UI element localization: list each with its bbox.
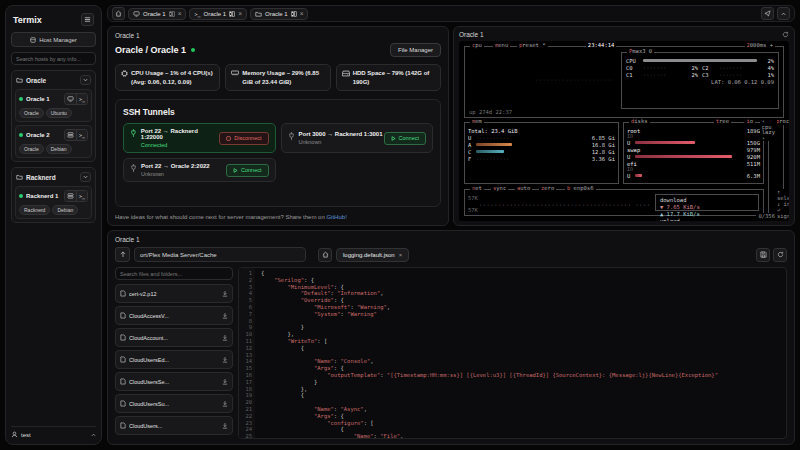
download-icon[interactable] [222, 335, 228, 341]
tab-file-manager[interactable]: Oracle 1 × [250, 8, 308, 20]
disk-entry: swap 979MU920M [627, 146, 760, 160]
process-row: 2112076btoproot7.6M·····0.1 [772, 161, 780, 168]
sidebar-header: Termix [11, 12, 96, 27]
download-icon[interactable] [222, 313, 228, 319]
host-manager-label: Host Manager [39, 37, 77, 43]
mem-row: A16.8 Gi [468, 141, 615, 148]
chevron-down-icon[interactable] [80, 172, 91, 182]
terminal-icon[interactable]: >_ [76, 130, 87, 140]
cpu-usage-text: CPU Usage – 1% of 4 CPU(s) (Avg: 0.06, 0… [131, 69, 214, 86]
download-icon[interactable] [222, 401, 228, 407]
file-item[interactable]: CloudUsersSu... [115, 394, 233, 413]
folder-icon [16, 174, 23, 180]
terminal-icon[interactable]: >_ [76, 94, 87, 104]
tab-bar: Oracle 1 × >_ Oracle 1 × Oracle 1 × [107, 5, 795, 22]
plug-icon [130, 129, 137, 137]
code-editor[interactable]: 1234567891011121314151617181920212223242… [238, 267, 787, 439]
server-stats-icon[interactable] [65, 130, 76, 140]
home-icon[interactable] [112, 7, 125, 20]
plug-off-icon [288, 132, 295, 140]
host-card-racknerd-1[interactable]: Racknerd 1 >_ Racknerd Debian [15, 186, 92, 219]
download-icon[interactable] [222, 291, 228, 297]
app-title: Termix [13, 15, 42, 25]
file-name: cert-v2.p12 [129, 291, 219, 297]
file-icon [120, 378, 126, 385]
file-item[interactable]: CloudAccount... [115, 328, 233, 347]
panel-title: Oracle 1 [115, 32, 441, 39]
editor-code: { "Serilog": { "MinimumLevel": { "Defaul… [255, 268, 786, 438]
file-item[interactable]: CloudUsersSe... [115, 372, 233, 391]
split-icon[interactable] [169, 11, 175, 17]
tunnel-status: Unknown [299, 139, 383, 145]
path-input[interactable] [134, 247, 306, 262]
close-icon[interactable]: × [178, 10, 182, 17]
btop-cpu-box: cpu menu preset * 23:44:14 2000ms + ····… [464, 46, 784, 118]
refresh-icon[interactable] [782, 31, 789, 38]
proc-counter: 0/356 [756, 213, 777, 219]
home-icon[interactable] [318, 248, 332, 262]
file-search-input[interactable] [115, 267, 233, 280]
tab-terminal[interactable]: >_ Oracle 1 × [189, 8, 247, 20]
host-card-oracle-2[interactable]: Oracle 2 >_ Oracle Debian [15, 125, 92, 158]
play-icon [391, 136, 396, 141]
file-item[interactable]: CloudUsersEd... [115, 350, 233, 369]
close-icon[interactable]: × [300, 10, 304, 17]
server-stats-panel: Oracle 1 Oracle / Oracle 1 File Manager … [107, 26, 449, 226]
proc-footer-keys: ↑ select ↓ info ⏎ signals [775, 189, 789, 219]
up-directory-icon[interactable] [115, 247, 130, 262]
core-rows: C0·······2%C2·······4%C1·······2%C3·····… [626, 64, 774, 78]
file-manager-panel: Oracle 1 logging.default.json × [107, 230, 795, 445]
file-item[interactable]: CloudAccessV... [115, 306, 233, 325]
disconnect-button[interactable]: Disconnect [219, 132, 268, 145]
folder-row-racknerd[interactable]: Racknerd [15, 171, 92, 183]
save-icon[interactable] [756, 248, 770, 262]
open-file-tab[interactable]: logging.default.json × [336, 248, 409, 262]
terminal-icon: >_ [194, 11, 200, 17]
refresh-icon[interactable] [773, 248, 787, 262]
menu-icon[interactable] [81, 13, 94, 26]
collapse-icon[interactable] [777, 7, 790, 20]
download-icon[interactable] [222, 357, 228, 363]
chevron-down-icon[interactable] [80, 75, 91, 85]
host-search-input[interactable] [11, 52, 96, 65]
connect-button[interactable]: Connect [226, 164, 269, 177]
close-icon[interactable]: × [399, 252, 403, 258]
host-name: Oracle 1 [26, 96, 61, 102]
download-icon[interactable] [222, 423, 228, 429]
file-icon [120, 400, 126, 407]
server-stats-icon[interactable] [65, 191, 76, 201]
file-item[interactable]: cert-v2.p12 [115, 284, 233, 303]
send-icon[interactable] [761, 7, 774, 20]
connect-button[interactable]: Connect [384, 132, 427, 145]
split-icon[interactable] [229, 11, 235, 17]
cpu-graph: ········································… [535, 77, 613, 84]
server-stats-icon[interactable] [65, 94, 76, 104]
close-icon[interactable]: × [238, 10, 242, 17]
online-dot [191, 48, 195, 52]
stop-icon [226, 136, 231, 141]
terminal-icon[interactable]: >_ [76, 191, 87, 201]
memory-usage-card: Memory Usage – 29% (6.85 GiB of 23.44 Gi… [225, 64, 330, 91]
user-menu[interactable]: test [11, 426, 96, 438]
cpu-total-bar [643, 59, 757, 62]
terminal-screen[interactable]: cpu menu preset * 23:44:14 2000ms + ····… [459, 41, 789, 221]
tab-server-stats[interactable]: Oracle 1 × [128, 8, 186, 20]
host-card-oracle-1[interactable]: Oracle 1 >_ Oracle Ubuntu [15, 89, 92, 122]
host-tag: Debian [46, 144, 72, 154]
file-name: CloudUsers... [129, 423, 219, 429]
download-icon[interactable] [222, 379, 228, 385]
folder-row-oracle[interactable]: Oracle [15, 74, 92, 86]
host-manager-button[interactable]: Host Manager [11, 32, 96, 47]
file-name: CloudAccessV... [129, 313, 219, 319]
github-link[interactable]: GitHub! [326, 214, 346, 220]
split-icon[interactable] [291, 11, 297, 17]
cpu-usage-card: CPU Usage – 1% of 4 CPU(s) (Avg: 0.06, 0… [115, 64, 220, 91]
status-dot [19, 97, 23, 101]
hdd-space-card: HDD Space – 79% (142G of 190G) [336, 64, 441, 91]
file-manager-button[interactable]: File Manager [390, 43, 441, 57]
username: test [21, 432, 88, 438]
file-item[interactable]: CloudUsers... [115, 416, 233, 435]
net-rates: download ▼ 7.65 KiB/s ▲ 17.7 KiB/s uploa… [655, 194, 759, 211]
disk-entry: root 189GIOU150G [627, 127, 760, 146]
hdd-space-text: HDD Space – 79% (142G of 190G) [353, 69, 435, 86]
